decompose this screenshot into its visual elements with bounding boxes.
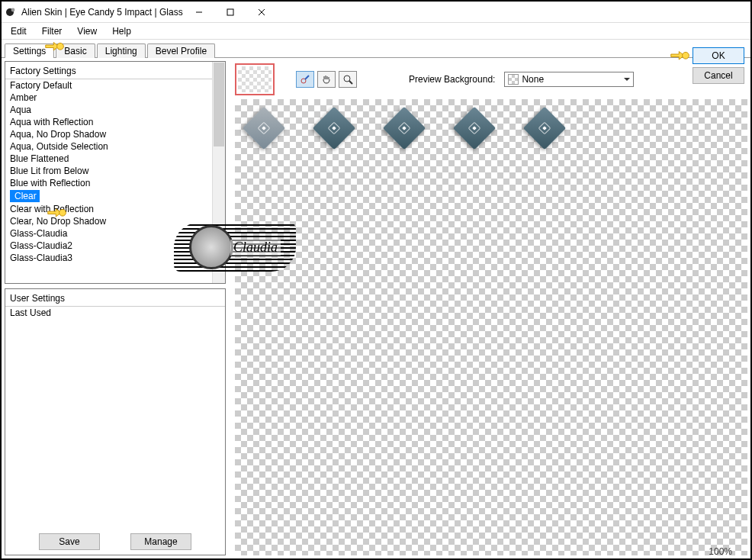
preview-shape — [313, 107, 356, 150]
titlebar: Alien Skin | Eye Candy 5 Impact | Glass — [2, 2, 750, 23]
app-icon — [5, 6, 17, 18]
preview-shape — [243, 107, 286, 150]
menu-view[interactable]: View — [71, 24, 103, 38]
list-item[interactable]: Aqua, Outside Selection — [5, 140, 212, 153]
window-root: Alien Skin | Eye Candy 5 Impact | Glass … — [0, 0, 752, 560]
preview-toolbar: Preview Background: None — [235, 61, 747, 98]
tab-basic[interactable]: Basic — [56, 43, 95, 58]
list-button-row: Save Manage — [5, 529, 225, 555]
menubar: Edit Filter View Help — [2, 23, 750, 40]
menu-filter[interactable]: Filter — [36, 24, 69, 38]
eyedropper-tool-icon[interactable] — [296, 71, 314, 88]
list-item[interactable]: Aqua — [5, 104, 212, 116]
list-item[interactable]: Blue Lit from Below — [5, 165, 212, 177]
svg-point-10 — [344, 76, 350, 82]
window-title: Alien Skin | Eye Candy 5 Impact | Glass — [21, 7, 183, 18]
zoom-tool-icon[interactable] — [339, 71, 357, 88]
hand-tool-icon[interactable] — [317, 71, 336, 88]
close-button[interactable] — [246, 2, 277, 22]
preview-shape — [523, 107, 567, 150]
preview-shape — [383, 107, 426, 150]
svg-line-9 — [305, 76, 309, 79]
list-item[interactable]: Last Used — [5, 307, 225, 319]
tabbar: Settings Basic Lighting Bevel Profile — [2, 41, 750, 58]
watermark-text: Claudia — [230, 240, 281, 256]
minimize-button[interactable] — [184, 2, 214, 22]
tab-lighting[interactable]: Lighting — [97, 43, 146, 58]
menu-edit[interactable]: Edit — [5, 24, 33, 38]
menu-help[interactable]: Help — [106, 24, 137, 38]
ok-button[interactable]: OK — [693, 47, 744, 64]
zoom-level: 100% — [709, 546, 732, 557]
preview-bg-select[interactable]: None — [504, 72, 634, 87]
preview-bg-label: Preview Background: — [409, 74, 495, 85]
user-settings-list[interactable]: User Settings Last Used Save Manage — [5, 288, 226, 555]
list-item[interactable]: Blue with Reflection — [5, 177, 212, 189]
list-item[interactable]: Aqua with Reflection — [5, 116, 212, 128]
preview-bg-value: None — [522, 74, 544, 85]
maximize-button[interactable] — [215, 2, 246, 22]
scrollbar-thumb[interactable] — [214, 63, 224, 146]
preview-canvas[interactable] — [235, 99, 747, 555]
user-list-header: User Settings — [5, 291, 225, 307]
list-item-selected[interactable]: Clear — [10, 190, 40, 202]
list-item[interactable]: Blue Flattened — [5, 153, 212, 165]
factory-list-header: Factory Settings — [5, 63, 212, 79]
save-button[interactable]: Save — [39, 533, 100, 550]
list-item[interactable]: Amber — [5, 92, 212, 104]
list-item[interactable]: Clear with Reflection — [5, 203, 212, 215]
svg-point-1 — [11, 8, 15, 11]
dialog-buttons: OK Cancel — [693, 47, 744, 84]
left-panel: Factory Settings Factory DefaultAmberAqu… — [5, 61, 226, 555]
tab-settings[interactable]: Settings — [5, 43, 54, 58]
list-item[interactable]: Factory Default — [5, 79, 212, 92]
svg-rect-3 — [227, 9, 233, 15]
right-panel: Preview Background: None — [235, 61, 747, 555]
preview-shape — [453, 107, 497, 150]
transparency-swatch-icon — [508, 74, 519, 85]
tab-bevel-profile[interactable]: Bevel Profile — [147, 43, 215, 58]
manage-button[interactable]: Manage — [130, 533, 191, 550]
cancel-button[interactable]: Cancel — [693, 67, 744, 84]
content-area: Factory Settings Factory DefaultAmberAqu… — [5, 61, 747, 555]
preview-shapes — [249, 113, 560, 143]
preview-thumbnail[interactable] — [235, 63, 275, 95]
svg-line-11 — [349, 81, 352, 84]
watermark: Claudia — [174, 223, 296, 272]
list-item[interactable]: Aqua, No Drop Shadow — [5, 128, 212, 140]
